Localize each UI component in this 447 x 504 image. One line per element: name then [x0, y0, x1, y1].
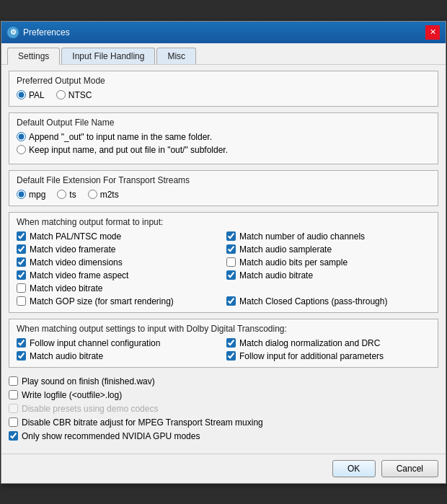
- append-out-radio-item[interactable]: Append "_out" to input name in the same …: [17, 132, 212, 142]
- keep-name-radio-item[interactable]: Keep input name, and put out file in "ou…: [17, 145, 228, 155]
- empty-cell: [226, 283, 430, 293]
- match-video-framerate-item[interactable]: Match video framerate: [17, 244, 221, 255]
- follow-additional-params-item[interactable]: Follow input for additional parameters: [226, 351, 430, 361]
- disable-cbr-checkbox[interactable]: [9, 417, 18, 427]
- default-output-filename-title: Default Output File Name: [17, 118, 430, 128]
- matching-output-section: When matching output format to input: Ma…: [9, 212, 438, 313]
- ntsc-radio-item[interactable]: NTSC: [56, 90, 92, 100]
- close-button[interactable]: ✕: [425, 25, 440, 40]
- write-logfile-item[interactable]: Write logfile (<outfile>.log): [9, 390, 438, 400]
- m2ts-label: m2ts: [100, 190, 119, 200]
- match-video-framerate-checkbox[interactable]: [17, 244, 26, 254]
- match-audio-bitrate-item[interactable]: Match audio bitrate: [226, 270, 430, 280]
- match-gop-size-checkbox[interactable]: [17, 296, 26, 306]
- title-bar-left: ⚙ Preferences: [7, 27, 70, 38]
- app-icon: ⚙: [7, 27, 19, 38]
- standalone-checks: Play sound on finish (finished.wav) Writ…: [9, 373, 438, 448]
- match-audio-channels-checkbox[interactable]: [226, 231, 236, 241]
- mpg-label: mpg: [29, 190, 45, 200]
- only-show-nvidia-label: Only show recommended NVIDIA GPU modes: [22, 431, 200, 441]
- match-audio-samplerate-checkbox[interactable]: [226, 244, 236, 254]
- ts-radio-item[interactable]: ts: [57, 190, 76, 200]
- match-video-bitrate-label: Match video bitrate: [30, 283, 102, 293]
- match-audio-samplerate-item[interactable]: Match audio samplerate: [226, 244, 430, 255]
- ntsc-label: NTSC: [68, 90, 92, 100]
- match-audio-bits-checkbox[interactable]: [226, 257, 236, 267]
- m2ts-radio[interactable]: [88, 190, 97, 199]
- pal-radio[interactable]: [17, 90, 26, 100]
- keep-name-label: Keep input name, and put out file in "ou…: [29, 145, 228, 155]
- match-video-dimensions-item[interactable]: Match video dimensions: [17, 257, 221, 268]
- preferences-window: ⚙ Preferences ✕ Settings Input File Hand…: [1, 21, 446, 484]
- keep-name-radio-row: Keep input name, and put out file in "ou…: [17, 145, 430, 155]
- match-audio-bits-label: Match audio bits per sample: [239, 257, 348, 268]
- follow-additional-params-label: Follow input for additional parameters: [239, 351, 384, 361]
- ts-label: ts: [69, 190, 76, 200]
- preferred-output-mode-section: Preferred Output Mode PAL NTSC: [9, 71, 438, 107]
- ntsc-radio[interactable]: [56, 90, 66, 100]
- play-sound-label: Play sound on finish (finished.wav): [22, 376, 155, 386]
- cancel-button[interactable]: Cancel: [381, 460, 438, 477]
- follow-channel-config-label: Follow input channel configuration: [30, 338, 160, 348]
- match-dialog-norm-item[interactable]: Match dialog normalization and DRC: [226, 338, 430, 348]
- tab-input-file-handling[interactable]: Input File Handling: [61, 48, 155, 64]
- match-pal-ntsc-item[interactable]: Match PAL/NTSC mode: [17, 231, 221, 242]
- disable-cbr-label: Disable CBR bitrate adjust for MPEG Tran…: [22, 417, 263, 428]
- match-gop-size-label: Match GOP size (for smart rendering): [30, 296, 174, 306]
- disable-cbr-item[interactable]: Disable CBR bitrate adjust for MPEG Tran…: [9, 417, 438, 428]
- match-gop-size-item[interactable]: Match GOP size (for smart rendering): [17, 296, 221, 306]
- disable-presets-item[interactable]: Disable presets using demo codecs: [9, 404, 438, 414]
- dolby-transcoding-title: When matching output settings to input w…: [17, 324, 430, 334]
- mpg-radio-item[interactable]: mpg: [17, 190, 45, 200]
- tab-bar: Settings Input File Handling Misc: [1, 43, 446, 65]
- match-video-aspect-checkbox[interactable]: [17, 270, 26, 280]
- only-show-nvidia-item[interactable]: Only show recommended NVIDIA GPU modes: [9, 431, 438, 441]
- preferred-output-mode-title: Preferred Output Mode: [17, 76, 430, 86]
- disable-presets-checkbox[interactable]: [9, 404, 18, 413]
- match-audio-channels-label: Match number of audio channels: [239, 231, 365, 242]
- ok-button[interactable]: OK: [332, 460, 376, 477]
- only-show-nvidia-checkbox[interactable]: [9, 431, 18, 441]
- tab-settings[interactable]: Settings: [7, 48, 60, 65]
- follow-channel-config-item[interactable]: Follow input channel configuration: [17, 338, 221, 348]
- title-bar: ⚙ Preferences ✕: [1, 22, 446, 43]
- append-out-radio[interactable]: [17, 132, 26, 141]
- preferred-output-mode-group: PAL NTSC: [17, 90, 430, 100]
- play-sound-item[interactable]: Play sound on finish (finished.wav): [9, 376, 438, 386]
- m2ts-radio-item[interactable]: m2ts: [88, 190, 119, 200]
- match-pal-ntsc-checkbox[interactable]: [17, 231, 26, 241]
- match-audio-channels-item[interactable]: Match number of audio channels: [226, 231, 430, 242]
- write-logfile-checkbox[interactable]: [9, 390, 18, 399]
- keep-name-radio[interactable]: [17, 145, 26, 154]
- match-video-aspect-item[interactable]: Match video frame aspect: [17, 270, 221, 280]
- match-closed-captions-item[interactable]: Match Closed Captions (pass-through): [226, 296, 430, 306]
- dolby-transcoding-section: When matching output settings to input w…: [9, 319, 438, 368]
- match-dialog-norm-checkbox[interactable]: [226, 338, 236, 348]
- tab-misc[interactable]: Misc: [156, 48, 196, 64]
- match-audio-bitrate-checkbox[interactable]: [226, 270, 236, 280]
- match-audio-samplerate-label: Match audio samplerate: [239, 244, 332, 255]
- pal-radio-item[interactable]: PAL: [17, 90, 45, 100]
- match-video-dimensions-checkbox[interactable]: [17, 257, 26, 267]
- follow-channel-config-checkbox[interactable]: [17, 338, 26, 348]
- follow-additional-params-checkbox[interactable]: [226, 351, 236, 361]
- dolby-match-audio-bitrate-item[interactable]: Match audio bitrate: [17, 351, 221, 361]
- match-audio-bitrate-label: Match audio bitrate: [239, 270, 313, 280]
- match-video-aspect-label: Match video frame aspect: [30, 270, 128, 280]
- dolby-match-audio-bitrate-checkbox[interactable]: [17, 351, 26, 361]
- ts-radio[interactable]: [57, 190, 66, 199]
- pal-label: PAL: [29, 90, 45, 100]
- match-video-bitrate-item[interactable]: Match video bitrate: [17, 283, 221, 293]
- match-pal-ntsc-label: Match PAL/NTSC mode: [30, 231, 121, 242]
- match-audio-bits-item[interactable]: Match audio bits per sample: [226, 257, 430, 268]
- write-logfile-label: Write logfile (<outfile>.log): [22, 390, 122, 400]
- match-closed-captions-label: Match Closed Captions (pass-through): [239, 296, 387, 306]
- match-closed-captions-checkbox[interactable]: [226, 296, 236, 306]
- append-out-label: Append "_out" to input name in the same …: [29, 132, 212, 142]
- disable-presets-label: Disable presets using demo codecs: [22, 404, 158, 414]
- mpg-radio[interactable]: [17, 190, 26, 199]
- play-sound-checkbox[interactable]: [9, 376, 18, 386]
- default-extension-section: Default File Extension For Transport Str…: [9, 170, 438, 206]
- match-video-dimensions-label: Match video dimensions: [30, 257, 123, 268]
- match-video-bitrate-checkbox[interactable]: [17, 283, 26, 293]
